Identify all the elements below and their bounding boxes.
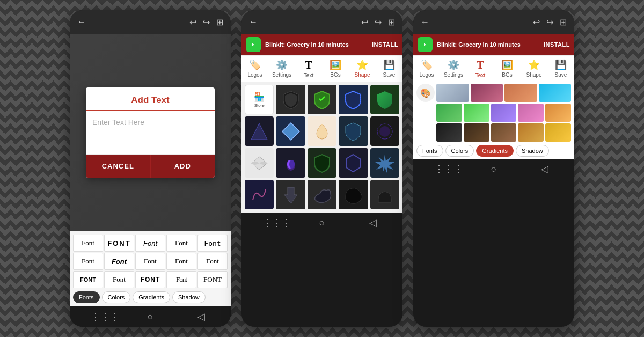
font-cell[interactable]: Font: [166, 235, 196, 252]
back-icon[interactable]: ←: [248, 16, 259, 28]
color-swatch[interactable]: [504, 84, 537, 102]
nav-back[interactable]: ◁: [364, 217, 382, 229]
font-cell[interactable]: Font: [197, 235, 228, 252]
font-cell[interactable]: FONT: [197, 271, 228, 288]
tab-colors-3[interactable]: Colors: [445, 145, 474, 157]
font-cell[interactable]: Font: [166, 253, 196, 270]
toolbar-logos[interactable]: 🏷️ Logos: [241, 56, 268, 82]
toolbar-text[interactable]: T Text: [295, 56, 322, 82]
shape-cell-winged[interactable]: [245, 148, 274, 178]
color-swatch[interactable]: [464, 123, 489, 142]
font-row-1: Font FONT Font Font Font: [73, 235, 228, 252]
toolbar-bgs[interactable]: 🖼️ BGs: [322, 56, 349, 82]
font-cell[interactable]: Font: [135, 235, 165, 252]
toolbar3-bgs[interactable]: 🖼️ BGs: [494, 56, 521, 82]
font-cell[interactable]: Font: [197, 253, 228, 270]
nav-home[interactable]: ○: [313, 217, 331, 229]
undo-icon[interactable]: ↩: [532, 16, 541, 28]
tab-shadow-3[interactable]: Shadow: [516, 145, 549, 157]
color-swatch[interactable]: [545, 104, 571, 122]
color-swatch[interactable]: [491, 104, 517, 122]
shape-cell-dark-shield[interactable]: [308, 148, 336, 178]
font-cell[interactable]: FONT: [135, 271, 165, 288]
shape-cell-shield2[interactable]: [308, 85, 336, 114]
tab-colors[interactable]: Colors: [102, 291, 131, 303]
phone1-nav: ⋮⋮⋮ ○ ◁: [70, 306, 231, 327]
layers-icon[interactable]: ⊞: [215, 16, 224, 28]
nav-back[interactable]: ◁: [536, 163, 553, 175]
back-icon[interactable]: ←: [420, 16, 430, 28]
color-swatch[interactable]: [464, 104, 489, 122]
redo-icon[interactable]: ↪: [374, 16, 383, 28]
font-cell[interactable]: Font: [135, 253, 165, 270]
color-swatch[interactable]: [436, 123, 462, 142]
shape-cell-triangle[interactable]: [245, 116, 274, 146]
shape-cell-flame[interactable]: [276, 148, 305, 178]
shape-cell-scribble[interactable]: [245, 180, 274, 209]
font-cell[interactable]: Font: [104, 271, 134, 288]
shape-cell-arrow-shape[interactable]: [339, 116, 368, 146]
color-swatch[interactable]: [471, 84, 503, 102]
color-swatch[interactable]: [539, 84, 572, 102]
color-palette: 🎨: [413, 82, 574, 159]
shape-cell-shield3[interactable]: [339, 85, 368, 114]
toolbar-shape[interactable]: ⭐ Shape: [349, 56, 376, 82]
add-button[interactable]: ADD: [150, 155, 215, 178]
install-button[interactable]: INSTALL: [372, 41, 398, 48]
store-cell[interactable]: 🏪 Store: [245, 85, 274, 114]
nav-menu[interactable]: ⋮⋮⋮: [434, 163, 451, 175]
font-cell[interactable]: Font: [73, 253, 103, 270]
undo-icon[interactable]: ↩: [360, 16, 369, 28]
toolbar3-shape[interactable]: ⭐ Shape: [521, 56, 547, 82]
shape-cell-cap[interactable]: [370, 180, 399, 209]
color-swatch[interactable]: [436, 104, 462, 122]
nav-home[interactable]: ○: [142, 311, 159, 323]
nav-home[interactable]: ○: [485, 164, 502, 175]
cancel-button[interactable]: CANCEL: [86, 155, 150, 178]
tab-gradients-3[interactable]: Gradients: [476, 145, 514, 157]
undo-icon[interactable]: ↩: [188, 16, 197, 28]
toolbar-settings[interactable]: ⚙️ Settings: [268, 56, 295, 82]
shape-cell-arrow-down[interactable]: [276, 180, 305, 209]
toolbar3-settings[interactable]: ⚙️ Settings: [440, 56, 467, 82]
shape-icon: ⭐: [356, 59, 368, 71]
shape-cell-burst[interactable]: [370, 148, 399, 178]
font-cell[interactable]: FONT: [104, 235, 134, 252]
shape-cell-green[interactable]: [370, 85, 399, 114]
layers-icon[interactable]: ⊞: [387, 16, 396, 28]
font-cell[interactable]: FONT: [73, 271, 103, 288]
layers-icon[interactable]: ⊞: [559, 16, 568, 28]
nav-back[interactable]: ◁: [193, 311, 210, 323]
tab-fonts[interactable]: Fonts: [73, 291, 100, 303]
color-swatch[interactable]: [518, 104, 544, 122]
toolbar3-logos[interactable]: 🏷️ Logos: [413, 56, 440, 82]
tab-fonts-3[interactable]: Fonts: [416, 145, 443, 157]
font-cell[interactable]: Font: [166, 271, 196, 288]
nav-menu[interactable]: ⋮⋮⋮: [262, 217, 280, 229]
redo-icon[interactable]: ↪: [202, 16, 211, 28]
color-swatch[interactable]: [545, 123, 571, 142]
font-cell[interactable]: Font: [73, 235, 103, 252]
tab-gradients[interactable]: Gradients: [133, 291, 170, 303]
toolbar-save[interactable]: 💾 Save: [376, 56, 402, 82]
shape-cell-hex[interactable]: [339, 148, 368, 178]
shape-cell-black-round[interactable]: [339, 180, 368, 209]
toolbar3-text[interactable]: T Text: [467, 56, 494, 82]
font-cell[interactable]: Font: [104, 253, 134, 270]
color-swatch[interactable]: [491, 123, 517, 142]
shape-cell-drop[interactable]: [308, 116, 336, 146]
toolbar3-save[interactable]: 💾 Save: [547, 56, 574, 82]
nav-menu[interactable]: ⋮⋮⋮: [91, 311, 108, 323]
tab-shadow[interactable]: Shadow: [172, 291, 206, 303]
install-button-3[interactable]: INSTALL: [544, 41, 570, 48]
color-swatch[interactable]: [436, 84, 469, 102]
shape-cell-curved[interactable]: [308, 180, 336, 209]
shape-cell-diamond[interactable]: [276, 116, 305, 146]
dialog-input-area[interactable]: Enter Text Here: [86, 111, 215, 154]
back-icon[interactable]: ←: [76, 16, 87, 28]
color-swatch[interactable]: [518, 123, 544, 142]
shape-cell-shield1[interactable]: [276, 85, 305, 114]
shape-cell-splat[interactable]: [370, 116, 399, 146]
eyedrop-tool[interactable]: 🎨: [416, 84, 435, 102]
redo-icon[interactable]: ↪: [545, 16, 554, 28]
